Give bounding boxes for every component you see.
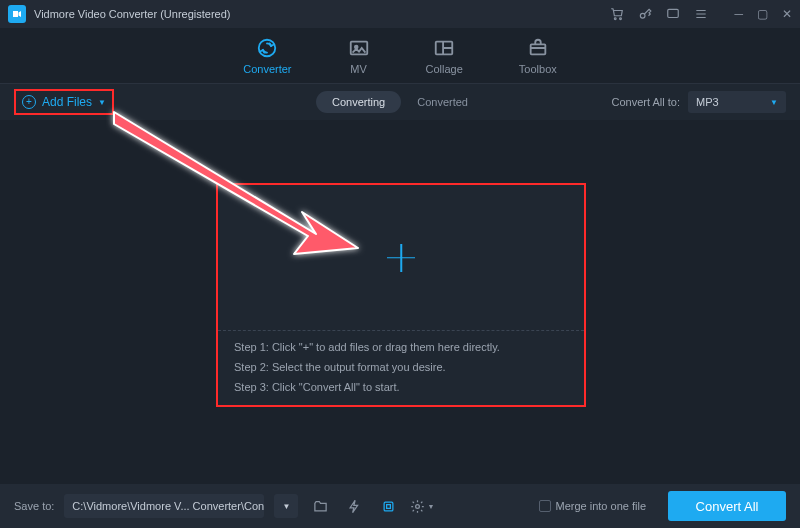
cart-icon[interactable] bbox=[610, 7, 624, 21]
svg-rect-9 bbox=[384, 502, 393, 511]
app-logo-icon bbox=[8, 5, 26, 23]
svg-point-11 bbox=[416, 504, 420, 508]
tab-label: Converter bbox=[243, 63, 291, 75]
settings-gear-icon[interactable]: ▼ bbox=[410, 494, 434, 518]
secondary-bar: + Add Files ▼ Converting Converted Conve… bbox=[0, 84, 800, 120]
svg-point-2 bbox=[641, 13, 646, 18]
close-icon[interactable]: ✕ bbox=[782, 7, 792, 21]
merge-checkbox[interactable]: Merge into one file bbox=[539, 500, 647, 512]
tab-converting[interactable]: Converting bbox=[316, 91, 401, 113]
title-utility-icons bbox=[610, 7, 708, 21]
merge-label: Merge into one file bbox=[556, 500, 647, 512]
add-files-label: Add Files bbox=[42, 95, 92, 109]
svg-rect-10 bbox=[386, 504, 390, 508]
tab-collage[interactable]: Collage bbox=[426, 33, 463, 79]
output-format-value: MP3 bbox=[696, 96, 719, 108]
footer-bar: Save to: C:\Vidmore\Vidmore V... Convert… bbox=[0, 484, 800, 528]
tab-label: Collage bbox=[426, 63, 463, 75]
tab-mv[interactable]: MV bbox=[348, 33, 370, 79]
tab-converted[interactable]: Converted bbox=[401, 91, 484, 113]
tab-toolbox[interactable]: Toolbox bbox=[519, 33, 557, 79]
collage-icon bbox=[433, 37, 455, 59]
window-controls: ─ ▢ ✕ bbox=[734, 7, 792, 21]
chevron-down-icon: ▼ bbox=[770, 98, 778, 107]
key-icon[interactable] bbox=[638, 7, 652, 21]
svg-point-1 bbox=[620, 18, 622, 20]
step-3: Step 3: Click "Convert All" to start. bbox=[234, 381, 568, 393]
instructions: Step 1: Click "+" to add files or drag t… bbox=[218, 331, 584, 405]
svg-point-0 bbox=[615, 18, 617, 20]
status-tabs: Converting Converted bbox=[316, 91, 484, 113]
tab-converter[interactable]: Converter bbox=[243, 33, 291, 79]
feedback-icon[interactable] bbox=[666, 7, 680, 21]
checkbox-icon bbox=[539, 500, 551, 512]
converter-icon bbox=[256, 37, 278, 59]
titlebar: Vidmore Video Converter (Unregistered) ─… bbox=[0, 0, 800, 28]
svg-rect-8 bbox=[530, 44, 545, 54]
plus-icon bbox=[387, 244, 415, 272]
drop-zone[interactable]: Step 1: Click "+" to add files or drag t… bbox=[216, 183, 586, 407]
svg-point-4 bbox=[259, 39, 276, 56]
step-2: Step 2: Select the output format you des… bbox=[234, 361, 568, 373]
save-path-field[interactable]: C:\Vidmore\Vidmore V... Converter\Conver… bbox=[64, 494, 264, 518]
maximize-icon[interactable]: ▢ bbox=[757, 7, 768, 21]
open-folder-icon[interactable] bbox=[308, 494, 332, 518]
tab-label: MV bbox=[350, 63, 367, 75]
main-tabs: Converter MV Collage Toolbox bbox=[0, 28, 800, 84]
save-to-label: Save to: bbox=[14, 500, 54, 512]
add-files-button[interactable]: + Add Files ▼ bbox=[14, 89, 114, 115]
convert-all-button[interactable]: Convert All bbox=[668, 491, 786, 521]
convert-all-to-label: Convert All to: bbox=[612, 96, 680, 108]
menu-icon[interactable] bbox=[694, 7, 708, 21]
toolbox-icon bbox=[527, 37, 549, 59]
save-path-dropdown[interactable]: ▼ bbox=[274, 494, 298, 518]
mv-icon bbox=[348, 37, 370, 59]
minimize-icon[interactable]: ─ bbox=[734, 7, 743, 21]
tab-label: Toolbox bbox=[519, 63, 557, 75]
step-1: Step 1: Click "+" to add files or drag t… bbox=[234, 341, 568, 353]
output-format-select[interactable]: MP3 ▼ bbox=[688, 91, 786, 113]
hardware-accel-icon[interactable] bbox=[376, 494, 400, 518]
plus-circle-icon: + bbox=[22, 95, 36, 109]
add-file-zone[interactable] bbox=[218, 185, 584, 331]
app-title: Vidmore Video Converter (Unregistered) bbox=[34, 8, 230, 20]
lightning-off-icon[interactable] bbox=[342, 494, 366, 518]
chevron-down-icon: ▼ bbox=[98, 98, 106, 107]
convert-all-to: Convert All to: MP3 ▼ bbox=[612, 91, 786, 113]
